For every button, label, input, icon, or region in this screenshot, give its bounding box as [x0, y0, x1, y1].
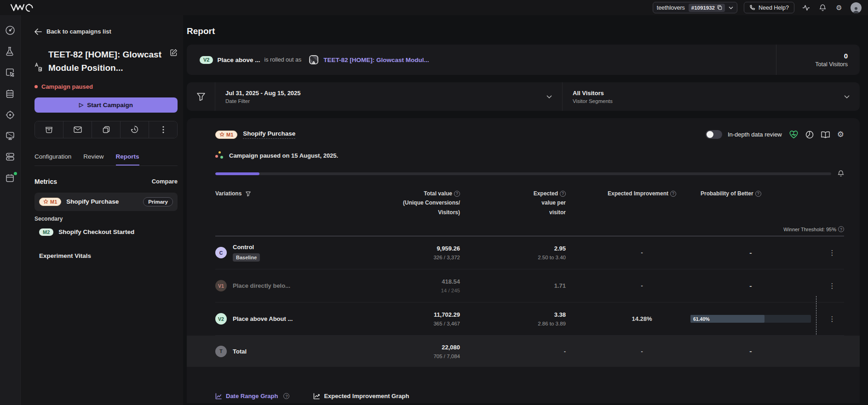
date-range-graph-link[interactable]: Date Range Graph ? — [215, 393, 289, 399]
campaign-status-label: Campaign paused — [41, 83, 93, 90]
need-help-label: Need Help? — [759, 5, 789, 11]
filter-funnel-button[interactable] — [187, 82, 215, 111]
tab-configuration[interactable]: Configuration — [34, 153, 71, 165]
copy-icon[interactable] — [717, 5, 722, 10]
account-id: #1091932 — [691, 5, 715, 11]
probability-value: 61.40% — [693, 316, 710, 322]
account-switcher[interactable]: teethlovers #1091932 — [653, 2, 737, 13]
variations-header: Variations — [215, 189, 241, 198]
segment-value: All Visitors — [573, 90, 613, 97]
star-icon — [219, 132, 224, 137]
control-badge: C — [215, 247, 227, 258]
table-row[interactable]: C Control Baseline 9,959.26 326 / 3,372 … — [215, 236, 844, 269]
in-depth-review-toggle[interactable] — [706, 130, 722, 139]
notification-dot — [14, 172, 17, 175]
data360-icon[interactable] — [5, 152, 15, 162]
compare-button[interactable]: Compare — [152, 178, 178, 185]
insights-icon[interactable] — [5, 68, 15, 78]
report-settings-gear-icon[interactable]: ⚙ — [837, 131, 844, 139]
expected-value: 1.71 — [496, 282, 566, 289]
total-badge: T — [215, 346, 227, 357]
m2-metric-badge: M2 — [39, 228, 53, 236]
date-filter-dropdown[interactable]: Jul 31, 2025 - Aug 15, 2025 Date Filter — [215, 82, 563, 111]
settings-gear-icon[interactable]: ⚙ — [834, 3, 844, 13]
variation-name: Control — [233, 244, 260, 251]
favorite-heart-icon[interactable] — [789, 131, 798, 139]
row-menu-kebab-icon[interactable]: ⋮ — [820, 282, 844, 290]
variations-filter-funnel-icon[interactable] — [245, 191, 251, 197]
expected-value: 2.95 — [496, 245, 566, 252]
conversions-visitors: 14 / 245 — [383, 288, 460, 293]
account-id-badge: #1091932 — [689, 4, 725, 12]
table-row[interactable]: V2 Place above About ... 11,702.29 365 /… — [215, 302, 844, 336]
left-nav-rail — [0, 15, 21, 405]
vwo-logo[interactable] — [10, 3, 34, 12]
secondary-metric-row[interactable]: M2 Shopify Checkout Started — [34, 228, 178, 236]
edit-pencil-icon[interactable] — [170, 48, 178, 75]
activity-pulse-icon[interactable] — [801, 3, 811, 13]
expected-improvement-graph-link[interactable]: Expected Improvement Graph — [313, 393, 409, 399]
phone-icon — [749, 5, 755, 11]
account-name: teethlovers — [657, 5, 685, 11]
m1-metric-badge: M1 — [215, 131, 237, 139]
probability-bar: 61.40% — [690, 315, 811, 323]
rollout-text: is rolled out as — [264, 57, 302, 63]
star-icon — [43, 199, 48, 204]
user-avatar[interactable] — [851, 2, 862, 13]
web-rollouts-icon[interactable] — [5, 131, 15, 141]
table-row[interactable]: V1 Place directly belo... 418.54 14 / 24… — [215, 269, 844, 302]
expected-improvement-value: - — [602, 249, 682, 256]
primary-metric-card[interactable]: M1 Shopify Purchase Primary — [34, 193, 178, 211]
pie-chart-icon[interactable] — [805, 131, 814, 139]
row-menu-kebab-icon[interactable]: ⋮ — [820, 249, 844, 257]
total-value: 418.54 — [383, 278, 460, 285]
scheduler-calendar-icon[interactable] — [5, 173, 15, 183]
date-filter-value: Jul 31, 2025 - Aug 15, 2025 — [225, 90, 301, 97]
back-to-campaigns-link[interactable]: Back to campaigns list — [34, 28, 178, 35]
probability-header: Probability of Better? — [682, 189, 820, 198]
info-icon[interactable]: ? — [838, 226, 844, 232]
history-clock-icon — [131, 125, 138, 133]
back-link-label: Back to campaigns list — [46, 28, 111, 35]
status-dot — [34, 85, 38, 88]
campaign-progress-fill — [215, 172, 259, 175]
archive-button[interactable] — [35, 121, 63, 138]
ab-test-icon — [34, 48, 43, 75]
email-button[interactable] — [63, 121, 92, 138]
need-help-button[interactable]: Need Help? — [744, 2, 794, 13]
rollout-campaign-link[interactable]: TEET-82 [HOME]: Glowcast Modul... — [323, 57, 429, 63]
variations-table: Variations Total value? (Unique Conversi… — [215, 189, 844, 367]
probability-value: - — [690, 249, 811, 257]
plans-icon[interactable] — [5, 89, 15, 99]
experiment-vitals-link[interactable]: Experiment Vitals — [34, 252, 178, 259]
campaign-progress-bar — [215, 172, 831, 175]
history-button[interactable] — [121, 121, 149, 138]
info-icon[interactable]: ? — [283, 393, 289, 399]
chevron-down-icon — [844, 95, 850, 98]
more-options-button[interactable] — [149, 121, 177, 138]
total-value: 11,702.29 — [383, 311, 460, 318]
progress-bell-icon[interactable] — [838, 170, 844, 177]
info-icon[interactable]: ? — [670, 191, 676, 197]
start-campaign-button[interactable]: ▷ Start Campaign — [34, 97, 178, 113]
info-icon[interactable]: ? — [454, 191, 460, 197]
personalize-target-icon[interactable] — [5, 110, 15, 120]
campaign-title: TEET-82 [HOME]: Glowcast Module Position… — [48, 48, 164, 75]
dashboard-icon[interactable] — [5, 25, 15, 35]
info-icon[interactable]: ? — [560, 191, 566, 197]
glossary-book-icon[interactable] — [821, 131, 830, 138]
campaign-paused-status: Campaign paused on 15 August, 2025. — [229, 152, 338, 159]
tab-review[interactable]: Review — [83, 153, 103, 165]
duplicate-button[interactable] — [92, 121, 121, 138]
notifications-bell-icon[interactable] — [817, 3, 828, 13]
sidebar-tabs: Configuration Review Reports — [34, 153, 178, 166]
expected-range: 2.86 to 3.89 — [496, 321, 566, 326]
tab-reports[interactable]: Reports — [116, 153, 139, 165]
info-icon[interactable]: ? — [755, 191, 761, 197]
testing-flask-icon[interactable] — [5, 46, 15, 57]
row-menu-kebab-icon[interactable]: ⋮ — [820, 315, 844, 323]
visitor-segments-dropdown[interactable]: All Visitors Visitor Segments — [563, 82, 860, 111]
secondary-metric-name: Shopify Checkout Started — [58, 228, 134, 235]
total-value-header: Total value? (Unique Conversions/ Visito… — [383, 189, 496, 217]
metric-name[interactable]: Shopify Purchase — [243, 130, 295, 139]
